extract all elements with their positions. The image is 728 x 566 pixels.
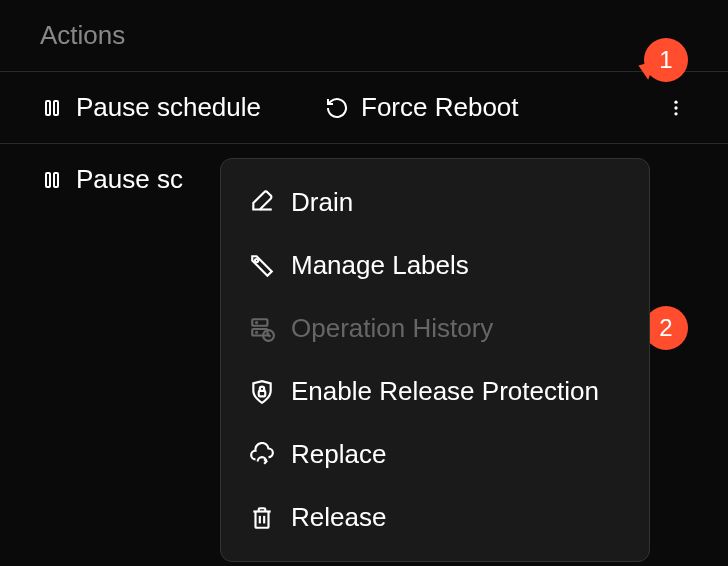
pause-schedule-button[interactable]: Pause sc	[40, 164, 183, 195]
dropdown-item-enable-release-protection[interactable]: Enable Release Protection	[221, 360, 649, 423]
reboot-label: Force Reboot	[361, 92, 519, 123]
dropdown-label: Release	[291, 502, 386, 533]
actions-header: Actions	[0, 0, 728, 71]
svg-point-8	[255, 258, 258, 261]
more-actions-button[interactable]	[664, 96, 688, 120]
actions-dropdown: Drain Manage Labels Operation History En…	[220, 158, 650, 562]
eraser-icon	[249, 190, 275, 216]
pause-label: Pause sc	[76, 164, 183, 195]
svg-point-2	[674, 100, 677, 103]
svg-rect-9	[252, 319, 267, 326]
svg-rect-5	[46, 173, 50, 187]
callout-badge-1: 1	[644, 38, 688, 82]
pause-icon	[40, 96, 64, 120]
header-title: Actions	[40, 20, 125, 50]
badge-number: 1	[659, 46, 672, 74]
svg-rect-14	[259, 390, 266, 395]
svg-rect-0	[46, 101, 50, 115]
cloud-sync-icon	[249, 442, 275, 468]
svg-point-12	[256, 331, 257, 332]
dropdown-label: Manage Labels	[291, 250, 469, 281]
svg-rect-6	[54, 173, 58, 187]
shield-lock-icon	[249, 379, 275, 405]
pause-icon	[40, 168, 64, 192]
svg-point-4	[674, 112, 677, 115]
svg-rect-1	[54, 101, 58, 115]
tag-icon	[249, 253, 275, 279]
dropdown-item-manage-labels[interactable]: Manage Labels	[221, 234, 649, 297]
pause-label: Pause schedule	[76, 92, 261, 123]
dropdown-label: Drain	[291, 187, 353, 218]
dropdown-label: Replace	[291, 439, 386, 470]
refresh-icon	[325, 96, 349, 120]
dropdown-label: Enable Release Protection	[291, 376, 599, 407]
svg-point-3	[674, 106, 677, 109]
callout-badge-2: 2	[644, 306, 688, 350]
pause-schedule-button[interactable]: Pause schedule	[40, 92, 261, 123]
badge-number: 2	[659, 314, 672, 342]
dropdown-item-operation-history: Operation History	[221, 297, 649, 360]
svg-point-11	[256, 321, 257, 322]
dropdown-label: Operation History	[291, 313, 493, 344]
force-reboot-button[interactable]: Force Reboot	[325, 92, 519, 123]
trash-icon	[249, 505, 275, 531]
kebab-icon	[666, 98, 686, 118]
dropdown-item-drain[interactable]: Drain	[221, 171, 649, 234]
dropdown-item-replace[interactable]: Replace	[221, 423, 649, 486]
server-history-icon	[249, 316, 275, 342]
dropdown-item-release[interactable]: Release	[221, 486, 649, 549]
action-row: Pause schedule Force Reboot	[0, 71, 728, 143]
